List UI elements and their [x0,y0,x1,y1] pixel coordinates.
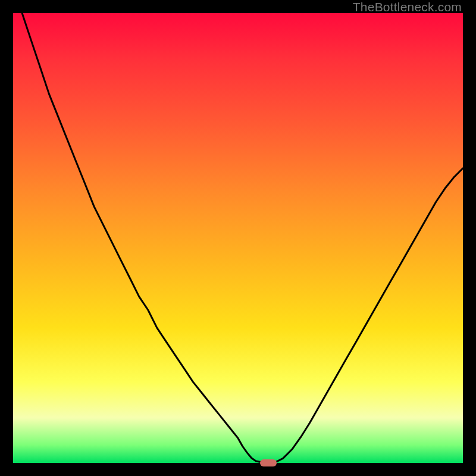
watermark-text: TheBottleneck.com [353,0,462,14]
bottleneck-curve [13,13,463,463]
vertex-marker [260,459,277,466]
chart-frame: TheBottleneck.com [0,0,476,476]
plot-area [13,13,463,463]
curve-path [22,13,463,463]
